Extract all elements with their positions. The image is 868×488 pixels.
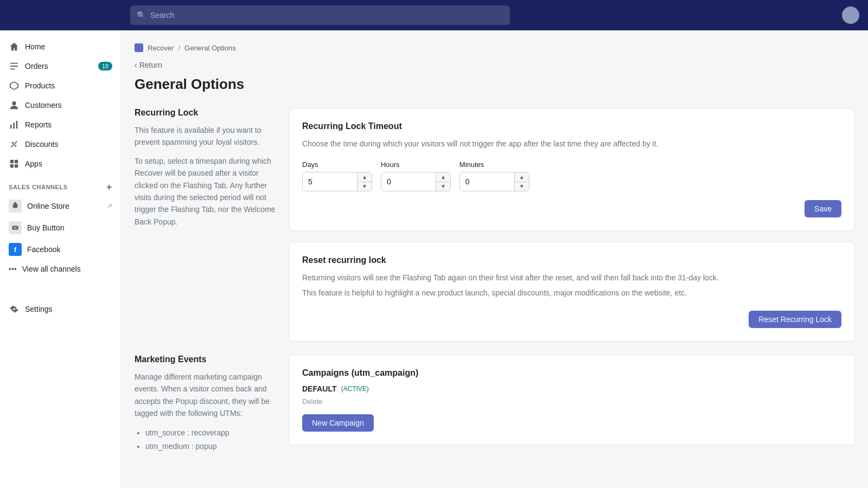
campaign-default-row: DEFAULT (ACTIVE) [302, 384, 841, 393]
search-icon: 🔍 [137, 11, 146, 20]
avatar[interactable] [842, 7, 859, 24]
reset-card-desc: Returning visitors will see the Flashing… [302, 272, 841, 300]
marketing-events-desc: Manage different marketing campaign even… [135, 371, 276, 420]
svg-rect-0 [10, 63, 18, 64]
reset-recurring-lock-card: Reset recurring lock Returning visitors … [289, 242, 855, 342]
hours-decrement-button[interactable]: ▼ [436, 182, 450, 191]
sidebar-item-orders[interactable]: Orders 18 [0, 56, 121, 76]
add-sales-channel-button[interactable]: + [106, 182, 112, 192]
recurring-lock-desc-2: To setup, select a timespan during which… [135, 155, 276, 228]
svg-rect-6 [16, 121, 18, 129]
timeout-card-desc: Choose the time during which your visito… [302, 138, 841, 150]
campaigns-card-title: Campaigns (utm_campaign) [302, 368, 841, 378]
minutes-decrement-button[interactable]: ▼ [515, 182, 529, 191]
timeout-card-actions: Save [302, 200, 841, 217]
online-store-icon [9, 200, 22, 213]
svg-rect-13 [15, 164, 18, 168]
campaigns-card-actions: New Campaign [302, 414, 841, 432]
minutes-increment-button[interactable]: ▲ [515, 172, 529, 182]
svg-point-8 [15, 145, 17, 147]
hours-increment-button[interactable]: ▲ [436, 172, 450, 182]
search-bar[interactable]: 🔍 [130, 5, 510, 25]
sidebar-item-settings[interactable]: Settings [0, 299, 121, 319]
sidebar-item-reports[interactable]: Reports [0, 115, 121, 134]
reset-recurring-lock-button[interactable]: Reset Recurring Lock [749, 311, 841, 328]
minutes-label: Minutes [459, 160, 529, 169]
page-title: General Options [135, 76, 855, 93]
sidebar-item-facebook[interactable]: f Facebook [0, 239, 121, 260]
sidebar-item-online-store[interactable]: Online Store ↗ [0, 195, 121, 217]
reset-desc-1: Returning visitors will see the Flashing… [302, 272, 841, 285]
apps-icon [9, 158, 20, 169]
settings-label: Settings [25, 305, 53, 313]
sidebar: Home Orders 18 Products Customers Report… [0, 30, 122, 488]
sidebar-item-home-label: Home [25, 42, 45, 51]
orders-badge: 18 [98, 62, 112, 70]
timeout-fields-row: Days ▲ ▼ Hours [302, 160, 841, 191]
sidebar-item-home[interactable]: Home [0, 37, 121, 56]
search-input[interactable] [150, 11, 503, 20]
days-input-wrap[interactable]: ▲ ▼ [302, 172, 372, 191]
svg-rect-12 [10, 164, 14, 168]
minutes-input[interactable] [460, 172, 514, 191]
hours-input-wrap[interactable]: ▲ ▼ [381, 172, 451, 191]
main-content: Recover / General Options ‹ Return Gener… [122, 30, 868, 488]
svg-rect-1 [10, 66, 18, 67]
return-link-label: Return [139, 61, 162, 69]
svg-rect-10 [10, 160, 14, 163]
campaigns-card: Campaigns (utm_campaign) DEFAULT (ACTIVE… [289, 355, 855, 445]
view-all-channels-link[interactable]: ••• View all channels [0, 260, 121, 278]
campaign-default-label: DEFAULT [302, 384, 337, 393]
recurring-lock-timeout-card: Recurring Lock Timeout Choose the time d… [289, 108, 855, 231]
reports-icon [9, 119, 20, 130]
sidebar-item-apps[interactable]: Apps [0, 154, 121, 174]
campaign-delete-button[interactable]: Delete [302, 397, 841, 406]
settings-icon [9, 304, 20, 314]
orders-icon [9, 61, 20, 72]
minutes-input-wrap[interactable]: ▲ ▼ [459, 172, 529, 191]
breadcrumb-current: General Options [184, 44, 236, 52]
sales-channels-section: SALES CHANNELS + [0, 174, 121, 195]
sidebar-item-products-label: Products [25, 81, 55, 90]
reset-card-actions: Reset Recurring Lock [302, 311, 841, 328]
days-label: Days [302, 160, 372, 169]
sidebar-item-orders-label: Orders [25, 62, 48, 70]
sidebar-item-apps-label: Apps [25, 159, 42, 168]
minutes-spinner[interactable]: ▲ ▼ [514, 172, 529, 191]
breadcrumb-app-link[interactable]: Recover [148, 44, 174, 52]
home-icon [9, 41, 20, 52]
sidebar-item-reports-label: Reports [25, 120, 52, 129]
chevron-left-icon: ‹ [135, 61, 137, 69]
hours-field: Hours ▲ ▼ [381, 160, 451, 191]
utm-source-item: utm_source : recoverapp [145, 426, 276, 440]
svg-rect-11 [15, 160, 18, 163]
campaigns-card-container: Campaigns (utm_campaign) DEFAULT (ACTIVE… [289, 355, 855, 445]
sidebar-item-buy-button[interactable]: Buy Button [0, 217, 121, 239]
return-link[interactable]: ‹ Return [135, 61, 855, 69]
hours-input[interactable] [381, 172, 436, 191]
hours-spinner[interactable]: ▲ ▼ [436, 172, 450, 191]
online-store-label: Online Store [27, 202, 69, 210]
svg-point-3 [12, 101, 16, 105]
buy-button-icon [9, 221, 22, 234]
recurring-lock-title: Recurring Lock [135, 108, 276, 118]
days-decrement-button[interactable]: ▼ [358, 182, 372, 191]
sidebar-item-customers[interactable]: Customers [0, 95, 121, 115]
new-campaign-button[interactable]: New Campaign [302, 414, 374, 432]
campaign-active-badge: (ACTIVE) [341, 385, 369, 393]
sidebar-item-products[interactable]: Products [0, 76, 121, 95]
days-increment-button[interactable]: ▲ [358, 172, 372, 182]
external-link-icon: ↗ [107, 202, 112, 210]
facebook-label: Facebook [27, 245, 60, 254]
minutes-field: Minutes ▲ ▼ [459, 160, 529, 191]
sidebar-item-discounts-label: Discounts [25, 140, 58, 149]
breadcrumb: Recover / General Options [135, 43, 855, 52]
utm-list: utm_source : recoverapp utm_medium : pop… [135, 426, 276, 453]
days-spinner[interactable]: ▲ ▼ [357, 172, 372, 191]
save-button[interactable]: Save [805, 200, 841, 217]
days-input[interactable] [303, 172, 357, 191]
timeout-card-title: Recurring Lock Timeout [302, 121, 841, 131]
sales-channels-title: SALES CHANNELS [9, 184, 68, 190]
utm-medium-item: utm_medium : popup [145, 440, 276, 453]
sidebar-item-discounts[interactable]: Discounts [0, 134, 121, 154]
